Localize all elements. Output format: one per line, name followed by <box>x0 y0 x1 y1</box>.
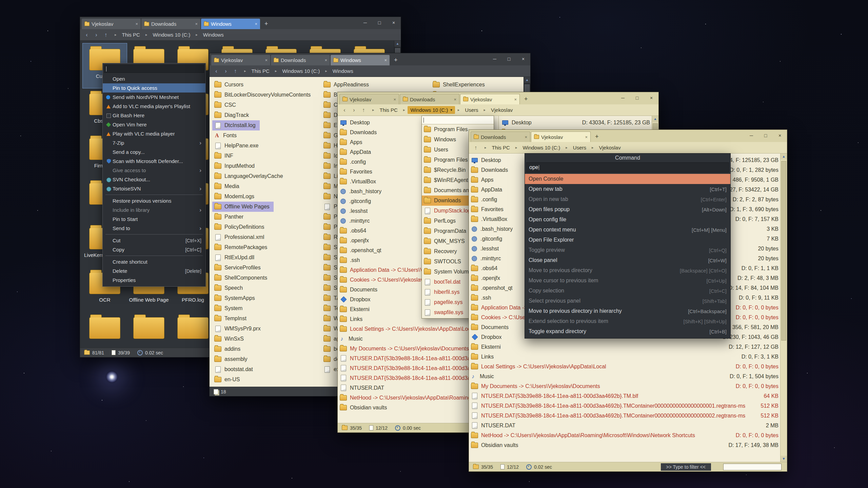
file-row[interactable]: NTUSER.DAT{53b39e88-18c4-11ea-a811-000d3… <box>469 401 781 411</box>
up-icon[interactable]: ↑ <box>102 32 109 38</box>
tab-close-icon[interactable]: × <box>514 97 517 102</box>
breadcrumb-segment[interactable]: ▸ Windows 10 (C:) <box>272 67 322 75</box>
palette-item[interactable]: Select previous panel [Shift+Tab] <box>525 296 730 306</box>
file-row[interactable]: bootstat.dat <box>212 364 257 374</box>
file-row[interactable]: addins <box>212 344 244 354</box>
palette-item[interactable]: Toggle expand directory [Ctrl+B] <box>525 326 730 337</box>
file-row[interactable]: en-US <box>212 374 244 385</box>
type-to-filter-indicator[interactable]: >> Type to filter << <box>661 463 711 471</box>
tab[interactable]: Vjekoslav × <box>211 55 270 65</box>
tab-close-icon[interactable]: × <box>454 97 456 102</box>
tab-close-icon[interactable]: × <box>265 58 268 63</box>
breadcrumb-segment[interactable]: ▸ Windows <box>322 67 356 75</box>
menu-item[interactable]: Git Bash Here <box>103 111 205 120</box>
palette-item[interactable]: Move to previous directory in hierarchy … <box>525 306 730 316</box>
close-button[interactable]: × <box>387 17 401 29</box>
breadcrumb-segment[interactable]: ▸ Users▾ <box>455 106 481 114</box>
menu-item[interactable]: Send with NordVPN Meshnet <box>103 93 205 102</box>
menu-item[interactable]: Create shortcut <box>103 257 205 266</box>
file-row[interactable]: PolicyDefinitions <box>212 222 268 232</box>
file-row[interactable]: INF <box>212 151 237 161</box>
menu-item[interactable]: TortoiseSVN <box>103 184 205 193</box>
file-row[interactable]: Cursors <box>212 80 248 90</box>
menu-item[interactable]: Pin to Quick access <box>103 83 205 93</box>
tab[interactable]: Windows × <box>201 19 260 29</box>
file-row[interactable]: assembly <box>212 354 252 364</box>
palette-item[interactable]: Open config file <box>525 215 730 225</box>
tab-close-icon[interactable]: × <box>195 21 198 26</box>
menu-item[interactable]: Delete [Delete] <box>103 266 205 276</box>
file-row[interactable]: ShellExperiences <box>431 80 489 90</box>
file-row[interactable]: WinSxS <box>212 334 248 344</box>
menu-item[interactable]: Open <box>103 74 205 83</box>
file-row[interactable]: HelpPane.exe <box>212 141 263 151</box>
file-row[interactable]: InputMethod <box>212 161 259 171</box>
breadcrumb-segment[interactable]: ▸ Windows 10 (C:) <box>513 144 563 151</box>
menu-item[interactable]: SVN Checkout... <box>103 175 205 184</box>
menu-item[interactable]: Properties <box>103 276 205 285</box>
file-row[interactable]: Speech <box>212 283 247 293</box>
file-row[interactable]: My Documents -> C:\Users\Vjekoslav\Docum… <box>469 381 781 391</box>
file-row[interactable]: RtlExUpd.dll <box>212 252 258 263</box>
menu-item[interactable]: Cut [Ctrl+X] <box>103 236 205 245</box>
scroll-up-icon[interactable]: ▲ <box>781 154 787 160</box>
minimize-button[interactable]: ─ <box>488 53 502 65</box>
file-row[interactable]: RemotePackages <box>212 242 271 252</box>
file-row[interactable]: Offline Web Pages <box>212 202 274 212</box>
scroll-up-icon[interactable]: ▲ <box>524 77 530 83</box>
file-row[interactable]: NetHood -> C:\Users\Vjekoslav\AppData\Ro… <box>469 430 781 440</box>
breadcrumb-segment[interactable]: ▸ Vjekoslav▾ <box>481 106 516 114</box>
tab-close-icon[interactable]: × <box>525 135 527 140</box>
file-row[interactable]: Music D: 0, F: 1, 504 bytes <box>469 371 781 381</box>
breadcrumb-segment[interactable]: ▸ Windows 10 (C:) <box>143 31 193 39</box>
palette-item[interactable]: Move to previous directory [Backspace] [… <box>525 265 730 276</box>
menu-item[interactable]: Open Vim here <box>103 120 205 129</box>
menu-item[interactable]: Play with VLC media player <box>103 129 205 138</box>
file-row[interactable]: NTUSER.DAT{53b39e88-18c4-11ea-a811-000d3… <box>469 391 781 401</box>
tab[interactable]: Downloads × <box>271 55 330 65</box>
close-button[interactable]: × <box>773 130 787 142</box>
file-row[interactable]: BitLockerDiscoveryVolumeContents <box>212 90 315 100</box>
file-row[interactable]: ServiceProfiles <box>212 263 265 273</box>
status-filter-input[interactable] <box>723 464 782 470</box>
menu-item[interactable]: Restore previous versions <box>103 196 205 205</box>
breadcrumb-segment[interactable]: ▸ This PC▾ <box>370 106 400 114</box>
new-tab-button[interactable]: + <box>591 131 603 142</box>
palette-item[interactable]: Close panel [Ctrl+W] <box>525 255 730 265</box>
maximize-button[interactable]: □ <box>630 92 644 104</box>
palette-item[interactable]: Copy selection [Ctrl+C] <box>525 286 730 296</box>
tab[interactable]: Vjekoslav × <box>460 94 520 104</box>
palette-item[interactable]: Open in new tab [Ctrl+Enter] <box>525 194 730 204</box>
tab-close-icon[interactable]: × <box>384 58 387 63</box>
up-icon[interactable]: ↑ <box>232 68 239 74</box>
file-row[interactable]: Desktop D: 43034, F: 125185, 23 GB <box>499 118 652 127</box>
palette-item[interactable]: Extend selection to previous item [Shift… <box>525 316 730 326</box>
file-row[interactable]: Professional.xml <box>212 232 268 242</box>
menu-item[interactable]: Include in library <box>103 205 205 215</box>
file-row[interactable]: Media <box>212 181 243 191</box>
breadcrumb-segment[interactable]: ▸ This PC <box>112 31 143 39</box>
breadcrumb-segment[interactable]: ▸ Vjekoslav <box>589 144 624 151</box>
file-row[interactable]: Links D: 0, F: 3, 1 KB <box>469 352 781 362</box>
new-tab-button[interactable]: + <box>390 55 402 65</box>
up-icon[interactable]: ↑ <box>472 145 479 151</box>
maximize-button[interactable]: □ <box>502 53 516 65</box>
breadcrumb-segment[interactable]: ▸ This PC <box>482 144 513 151</box>
tab-close-icon[interactable]: × <box>255 21 257 26</box>
tab[interactable]: Downloads × <box>141 19 200 29</box>
forward-icon[interactable]: › <box>93 32 100 38</box>
back-icon[interactable]: ‹ <box>341 107 348 113</box>
menu-item[interactable]: 7-Zip <box>103 138 205 147</box>
scroll-up-icon[interactable]: ▲ <box>652 116 658 122</box>
breadcrumb-segment[interactable]: ▸ Windows 10 (C:)▾ <box>400 106 455 114</box>
tab-close-icon[interactable]: × <box>324 58 327 63</box>
file-row[interactable]: TempInst <box>212 313 251 324</box>
file-row[interactable]: CSC <box>212 100 240 110</box>
breadcrumb-segment[interactable]: ▸ Windows <box>193 31 226 39</box>
palette-item[interactable]: Toggle preview [Ctrl+Q] <box>525 245 730 255</box>
new-tab-button[interactable]: + <box>520 94 532 104</box>
maximize-button[interactable]: □ <box>758 130 773 142</box>
file-row[interactable]: LanguageOverlayCache <box>212 171 287 181</box>
file-row[interactable]: AppReadiness <box>321 80 373 90</box>
back-icon[interactable]: ‹ <box>213 68 220 74</box>
